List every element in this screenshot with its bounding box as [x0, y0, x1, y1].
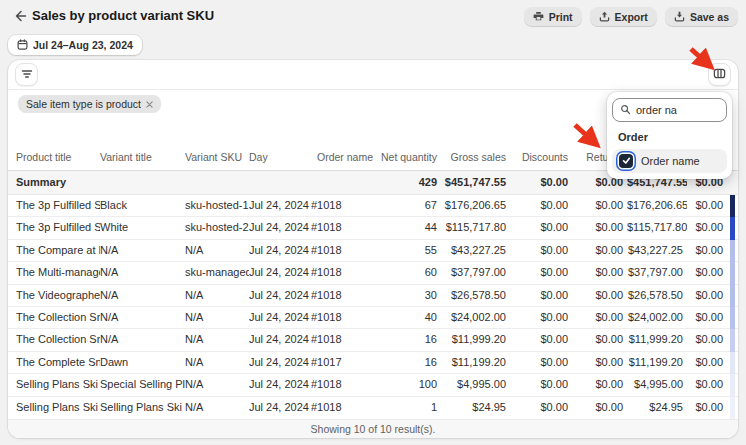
table-cell: 55	[377, 240, 441, 261]
order-name-checkbox[interactable]	[619, 154, 633, 168]
column-header[interactable]: Order name	[311, 145, 377, 170]
table-cell: Jul 24, 2024	[249, 240, 311, 261]
table-cell: Selling Plans Ski Wax	[100, 397, 185, 419]
table-cell: $0.00	[687, 397, 727, 419]
table-cell: The Complete Snov	[16, 352, 100, 373]
table-cell: $0.00	[510, 307, 572, 328]
summary-value	[311, 171, 377, 194]
column-header[interactable]: Day	[249, 145, 311, 170]
value-strip-segment	[730, 195, 735, 217]
table-cell: White	[100, 217, 185, 238]
summary-value: 429	[377, 171, 441, 194]
table-toolbar	[8, 60, 738, 90]
table-cell: $0.00	[687, 352, 727, 373]
order-name-option[interactable]: Order name	[612, 149, 727, 173]
table-cell: The Videographer S	[16, 285, 100, 306]
table-cell: N/A	[100, 329, 185, 350]
table-cell: N/A	[185, 240, 249, 261]
table-cell: $0.00	[687, 262, 727, 283]
column-header[interactable]: Product title	[16, 145, 100, 170]
filter-icon	[21, 68, 33, 82]
column-header[interactable]: Discounts	[510, 145, 572, 170]
table-cell: 30	[377, 285, 441, 306]
table-cell: #1018	[311, 217, 377, 238]
summary-value	[185, 171, 249, 194]
column-header[interactable]: Net quantity	[377, 145, 441, 170]
table-row: The 3p Fulfilled SncBlacksku-hosted-1Jul…	[8, 195, 738, 217]
filter-chip-remove-icon[interactable]	[146, 101, 153, 108]
save-as-button[interactable]: Save as	[665, 7, 738, 27]
value-strip-segment	[730, 307, 735, 329]
summary-value	[100, 171, 185, 194]
column-header[interactable]: Variant SKU	[185, 145, 249, 170]
value-strip-segment	[730, 329, 735, 351]
table-cell: 16	[377, 329, 441, 350]
print-button-label: Print	[549, 11, 573, 23]
table-cell: $0.00	[510, 352, 572, 373]
topbar: Sales by product variant SKU Print Expor…	[0, 0, 746, 32]
table-cell: $11,199.20	[627, 352, 687, 373]
table-cell: 44	[377, 217, 441, 238]
table-cell: $176,206.65	[441, 195, 510, 216]
export-button[interactable]: Export	[590, 7, 657, 27]
back-button[interactable]	[10, 7, 30, 27]
table-cell: 67	[377, 195, 441, 216]
table-cell: $24.95	[441, 397, 510, 419]
table-cell: $11,199.20	[441, 352, 510, 373]
table-cell: $0.00	[572, 240, 627, 261]
table-body: The 3p Fulfilled SncBlacksku-hosted-1Jul…	[8, 195, 738, 419]
table-row: The Collection SnovN/AN/AJul 24, 2024#10…	[8, 329, 738, 351]
summary-value	[249, 171, 311, 194]
print-button[interactable]: Print	[524, 7, 582, 27]
column-search-input[interactable]	[636, 104, 716, 116]
row-value-strip	[730, 195, 735, 419]
filter-chip-sale-item-type[interactable]: Sale item type is product	[18, 95, 161, 113]
table-cell: N/A	[185, 285, 249, 306]
table-row: Selling Plans Ski WaSpecial Selling Plan…	[8, 374, 738, 396]
column-search-box[interactable]	[612, 98, 727, 122]
date-range-chip[interactable]: Jul 24–Aug 23, 2024	[8, 35, 142, 55]
column-header[interactable]: Gross sales	[441, 145, 510, 170]
table-cell: N/A	[100, 240, 185, 261]
columns-icon	[713, 67, 726, 82]
calendar-icon	[17, 39, 28, 52]
edit-columns-button[interactable]	[708, 63, 731, 86]
summary-value: $0.00	[510, 171, 572, 194]
table-cell: Jul 24, 2024	[249, 397, 311, 419]
table-cell: $37,797.00	[627, 262, 687, 283]
table-cell: $0.00	[572, 195, 627, 216]
table-cell: #1018	[311, 307, 377, 328]
table-cell: $0.00	[687, 374, 727, 395]
table-cell: $0.00	[510, 329, 572, 350]
table-cell: Black	[100, 195, 185, 216]
table-cell: $0.00	[510, 374, 572, 395]
filter-button[interactable]	[15, 63, 38, 86]
value-strip-segment	[730, 352, 735, 374]
table-cell: The Compare at Pri	[16, 240, 100, 261]
table-cell: $0.00	[572, 329, 627, 350]
table-cell: $0.00	[572, 397, 627, 419]
back-arrow-icon	[13, 9, 27, 25]
table-cell: #1018	[311, 374, 377, 395]
table-cell: Jul 24, 2024	[249, 352, 311, 373]
value-strip-segment	[730, 217, 735, 239]
table-cell: The Collection Snov	[16, 307, 100, 328]
save-as-icon	[674, 11, 685, 24]
table-cell: 1	[377, 397, 441, 419]
table-cell: $115,717.80	[627, 217, 687, 238]
table-row: Selling Plans Ski WaSelling Plans Ski Wa…	[8, 397, 738, 419]
value-strip-segment	[730, 397, 735, 419]
table-cell: $11,999.20	[441, 329, 510, 350]
table-cell: $24.95	[627, 397, 687, 419]
table-cell: $4,995.00	[441, 374, 510, 395]
table-cell: $176,206.65	[627, 195, 687, 216]
table-cell: $0.00	[510, 285, 572, 306]
search-icon	[620, 104, 631, 117]
table-cell: Jul 24, 2024	[249, 262, 311, 283]
table-cell: $4,995.00	[627, 374, 687, 395]
column-header[interactable]: Variant title	[100, 145, 185, 170]
table-cell: #1017	[311, 352, 377, 373]
table-cell: $26,578.50	[627, 285, 687, 306]
table-cell: Jul 24, 2024	[249, 217, 311, 238]
table-cell: $0.00	[572, 374, 627, 395]
